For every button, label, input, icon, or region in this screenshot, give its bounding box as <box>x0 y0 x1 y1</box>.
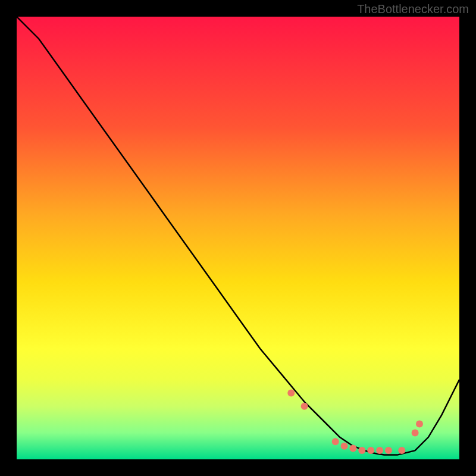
bottleneck-curve <box>17 17 459 455</box>
chart-line-layer <box>17 17 459 459</box>
chart-area <box>17 17 459 459</box>
data-marker <box>398 447 405 454</box>
data-marker <box>301 403 308 410</box>
data-marker <box>385 447 392 454</box>
data-marker <box>349 444 356 452</box>
watermark-text: TheBottlenecker.com <box>357 2 469 16</box>
data-marker <box>287 389 295 396</box>
data-marker <box>341 443 348 450</box>
data-marker <box>367 447 374 454</box>
data-markers <box>287 389 423 454</box>
data-marker <box>376 447 383 454</box>
data-marker <box>416 421 423 428</box>
data-marker <box>412 429 419 436</box>
data-marker <box>332 438 339 445</box>
data-marker <box>358 447 365 454</box>
